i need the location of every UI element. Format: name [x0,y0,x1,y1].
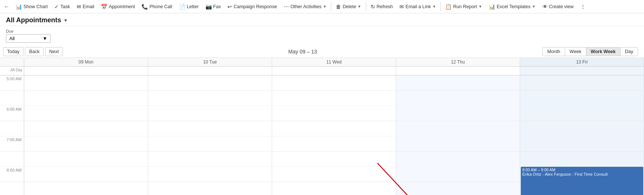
calendar-controls: Today Back Next May 09 – 13 Month Week W… [0,46,644,58]
time-row-730am [0,152,644,167]
work-week-view-button[interactable]: Work Week [586,47,621,56]
cell-thu-830[interactable] [396,182,520,195]
cell-fri-630[interactable] [520,121,644,136]
cell-tue-630[interactable] [148,121,272,136]
main-content: All Appointments ▼ Due All ▼ Today Back … [0,13,644,195]
event-erika-ortiz[interactable]: 8:00 AM – 9:00 AM Erika Ortiz - Alex Fer… [521,167,643,195]
calendar-navigation: Today Back Next [3,47,63,56]
time-500am: 5:00 AM [0,75,24,90]
next-button[interactable]: Next [45,47,63,56]
cell-thu-500[interactable] [396,75,520,90]
cell-mon-530[interactable] [24,91,148,105]
filter-label: Due [6,29,638,33]
cell-thu-800[interactable] [396,167,520,182]
cell-thu-600[interactable] [396,106,520,121]
month-view-button[interactable]: Month [542,47,565,56]
cell-mon-730[interactable] [24,152,148,166]
email-button[interactable]: ✉ Email [74,2,97,11]
cell-fri-530[interactable] [520,91,644,105]
due-filter-select[interactable]: All ▼ [6,34,51,43]
cell-thu-700[interactable] [396,136,520,151]
appointment-button[interactable]: 📅 Appointment [98,2,138,11]
cell-thu-530[interactable] [396,91,520,105]
letter-icon: 📄 [179,4,185,10]
calendar-header-row: 09 Mon 10 Tue 11 Wed 12 Thu 13 Fri [0,58,644,66]
show-chart-button[interactable]: 📊 Show Chart [13,2,51,11]
cell-wed-530[interactable] [272,91,396,105]
back-navigation-button[interactable]: ← [1,1,12,12]
cell-tue-600[interactable] [148,106,272,121]
cell-tue-800[interactable] [148,167,272,182]
letter-button[interactable]: 📄 Letter [176,2,202,11]
create-view-icon: 👁 [542,4,548,10]
cell-mon-830[interactable] [24,182,148,195]
excel-templates-button[interactable]: 📊 Excel Templates ▼ [486,2,539,11]
view-title[interactable]: All Appointments ▼ [6,16,638,24]
fax-button[interactable]: 📷 Fax [203,2,224,11]
time-row-630am [0,121,644,136]
campaign-response-label: Campaign Response [233,4,277,9]
cell-thu-730[interactable] [396,152,520,166]
email-icon: ✉ [77,4,81,10]
cell-mon-630[interactable] [24,121,148,136]
more-button[interactable]: ⋮ [577,2,589,11]
allday-row: All Day [0,66,644,75]
refresh-button[interactable]: ↻ Refresh [368,2,396,11]
email-link-button[interactable]: ✉ Email a Link ▼ [396,2,439,11]
excel-templates-label: Excel Templates [497,4,530,9]
cell-fri-700[interactable] [520,136,644,151]
run-report-button[interactable]: 📋 Run Report ▼ [442,2,485,11]
create-view-button[interactable]: 👁 Create view [539,2,577,11]
calendar-scroll-wrapper[interactable]: 09 Mon 10 Tue 11 Wed 12 Thu 13 Fri All D… [0,58,644,195]
cell-tue-700[interactable] [148,136,272,151]
cell-wed-800[interactable] [272,167,396,182]
other-activities-button[interactable]: ⋯ Other Activities ▼ [281,2,329,11]
cell-mon-500[interactable] [24,75,148,90]
task-button[interactable]: ✓ Task [51,2,73,11]
allday-fri [520,66,644,75]
cell-thu-630[interactable] [396,121,520,136]
cell-wed-500[interactable] [272,75,396,90]
cell-wed-600[interactable] [272,106,396,121]
week-view-button[interactable]: Week [565,47,586,56]
cell-wed-700[interactable] [272,136,396,151]
cell-fri-600[interactable] [520,106,644,121]
other-activities-dropdown-icon: ▼ [323,4,327,9]
cell-mon-700[interactable] [24,136,148,151]
cell-tue-530[interactable] [148,91,272,105]
col-header-wed: 11 Wed [272,58,396,66]
campaign-response-button[interactable]: ↩ Campaign Response [224,2,280,11]
back-button[interactable]: Back [25,47,44,56]
allday-mon [24,66,148,75]
today-button[interactable]: Today [3,47,23,56]
view-title-text: All Appointments [6,16,61,24]
run-report-icon: 📋 [445,4,452,10]
cell-tue-500[interactable] [148,75,272,90]
time-530am [0,91,24,105]
col-header-mon: 09 Mon [24,58,148,66]
appointment-icon: 📅 [101,4,107,10]
cell-wed-830[interactable] [272,182,396,195]
day-view-button[interactable]: Day [621,47,638,56]
campaign-icon: ↩ [227,4,232,10]
email-link-dropdown-icon: ▼ [432,4,436,9]
cell-mon-800[interactable] [24,167,148,182]
time-730am [0,152,24,166]
cell-mon-600[interactable] [24,106,148,121]
filter-selected-value: All [9,36,15,41]
cell-wed-630[interactable] [272,121,396,136]
cell-tue-730[interactable] [148,152,272,166]
separator-3 [440,2,441,11]
phone-icon: 📞 [141,4,148,10]
cell-fri-730[interactable] [520,152,644,166]
cell-wed-730[interactable] [272,152,396,166]
create-view-label: Create view [549,4,574,9]
cell-tue-830[interactable] [148,182,272,195]
run-report-dropdown-icon: ▼ [478,4,482,9]
cell-fri-500[interactable] [520,75,644,90]
col-header-tue: 10 Tue [148,58,272,66]
refresh-icon: ↻ [371,4,375,10]
delete-button[interactable]: 🗑 Delete ▼ [333,2,364,11]
view-switcher: Month Week Work Week Day [542,47,638,56]
phone-call-button[interactable]: 📞 Phone Call [138,2,175,11]
